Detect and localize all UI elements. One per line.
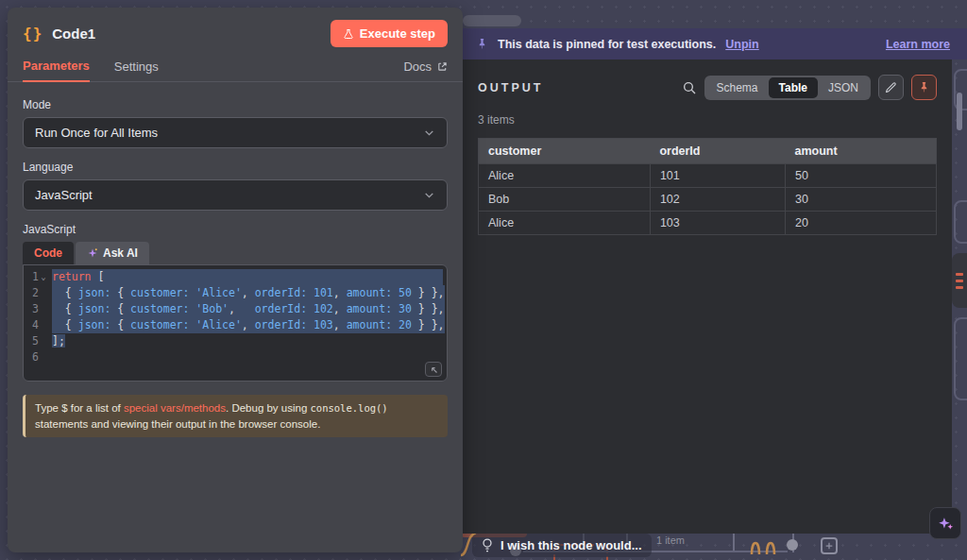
pin-data-button[interactable] [911, 75, 937, 100]
code-lines: 1⌄return [2 { json: { customer: 'Alice',… [24, 269, 447, 365]
mode-select[interactable]: Run Once for All Items [23, 117, 448, 148]
search-icon[interactable] [682, 80, 697, 95]
table-row: Alice10320 [479, 212, 937, 235]
table-cell: Alice [479, 164, 651, 188]
pin-icon [918, 81, 930, 93]
ask-ai-label: Ask AI [103, 246, 138, 260]
pinned-data-banner: This data is pinned for test executions.… [463, 28, 967, 59]
table-cell: 102 [650, 188, 785, 212]
sparkles-icon [937, 515, 955, 533]
language-label: Language [23, 161, 448, 174]
node-tabs: Parameters Settings Docs [8, 56, 463, 82]
output-panel: OUTPUT SchemaTableJSON 3 items customero… [463, 59, 952, 534]
unpin-link[interactable]: Unpin [725, 38, 758, 51]
code-editor[interactable]: 1⌄return [2 { json: { customer: 'Alice',… [23, 264, 448, 382]
scrollbar-thumb[interactable] [957, 93, 962, 130]
node-feedback-label: I wish this node would... [500, 538, 642, 552]
code-node-icon: {} [23, 25, 42, 42]
code-line: 5]; [24, 333, 447, 349]
chevron-down-icon [423, 127, 435, 139]
language-select[interactable]: JavaScript [23, 179, 448, 211]
editor-tabs: Code Ask AI [23, 242, 448, 264]
mode-value: Run Once for All Items [35, 126, 158, 140]
pin-icon [476, 38, 488, 50]
tab-settings[interactable]: Settings [114, 59, 159, 81]
code-line: 3 { json: { customer: 'Bob', orderId: 10… [24, 301, 447, 317]
expand-editor-icon[interactable] [425, 362, 442, 377]
node-title: Code1 [52, 25, 95, 42]
execute-step-button[interactable]: Execute step [331, 20, 448, 47]
ai-assistant-button[interactable] [929, 507, 961, 539]
items-count: 3 items [478, 113, 937, 127]
view-option-json[interactable]: JSON [818, 77, 869, 98]
output-table: customerorderIdamount Alice10150Bob10230… [478, 138, 937, 235]
column-header-orderid: orderId [650, 139, 785, 164]
line-number: 6 [24, 349, 52, 365]
line-number: 2 [24, 285, 52, 301]
add-node-button[interactable] [821, 537, 838, 554]
code-line: 1⌄return [ [24, 269, 447, 285]
table-cell: 30 [785, 188, 936, 212]
pinned-banner-message: This data is pinned for test executions. [498, 38, 716, 51]
docs-label: Docs [403, 59, 432, 74]
connection-wire [733, 534, 735, 552]
chevron-down-icon [423, 189, 435, 201]
background-node [463, 15, 521, 26]
handle-dash-icon [956, 286, 963, 289]
node-settings-panel: {} Code1 Execute step Parameters Setting… [8, 8, 463, 552]
background-node-outline [954, 317, 967, 400]
table-cell: Alice [479, 212, 651, 235]
output-title: OUTPUT [478, 81, 543, 94]
line-number: 1⌄ [24, 269, 52, 285]
flask-icon [343, 28, 354, 40]
handle-dash-icon [956, 280, 963, 282]
connection-curve [749, 534, 779, 556]
table-cell: Bob [479, 188, 651, 212]
tab-code[interactable]: Code [23, 242, 74, 264]
table-cell: 103 [650, 212, 785, 235]
table-cell: 101 [650, 164, 785, 188]
fold-chevron-icon[interactable]: ⌄ [39, 269, 48, 285]
inline-code: console.log() [311, 402, 388, 414]
edit-output-button[interactable] [878, 75, 904, 100]
connection-items-label: 1 item [656, 535, 685, 546]
special-vars-link[interactable]: special vars/methods [124, 402, 226, 414]
learn-more-link[interactable]: Learn more [886, 38, 950, 51]
display-mode-toggle: SchemaTableJSON [704, 76, 872, 100]
view-option-table[interactable]: Table [769, 77, 818, 98]
editor-hint: Type $ for a list of special vars/method… [23, 395, 448, 437]
mode-label: Mode [23, 98, 448, 111]
pencil-icon [885, 81, 897, 93]
lightbulb-icon [482, 537, 493, 553]
docs-link[interactable]: Docs [403, 59, 448, 81]
external-link-icon [437, 61, 448, 72]
line-number: 4 [24, 317, 52, 333]
code-line: 6 [24, 349, 447, 365]
code-line: 2 { json: { customer: 'Alice', orderId: … [24, 285, 447, 301]
connection-endpoint [787, 539, 798, 551]
background-node-outline [954, 200, 967, 244]
code-line: 4 { json: { customer: 'Alice', orderId: … [24, 317, 447, 333]
table-cell: 50 [785, 164, 936, 188]
language-value: JavaScript [35, 188, 93, 202]
column-header-amount: amount [785, 139, 936, 164]
handle-dash-icon [956, 273, 963, 276]
column-header-customer: customer [479, 139, 651, 164]
table-row: Alice10150 [479, 164, 937, 188]
line-number: 3 [24, 301, 52, 317]
sparkle-icon [87, 247, 98, 259]
execute-step-label: Execute step [360, 26, 435, 41]
plus-icon [824, 541, 834, 551]
code-section-label: JavaScript [23, 223, 448, 236]
tab-parameters[interactable]: Parameters [23, 59, 90, 82]
line-number: 5 [24, 333, 52, 349]
table-cell: 20 [785, 212, 936, 235]
view-option-schema[interactable]: Schema [706, 77, 769, 98]
node-feedback-button[interactable]: I wish this node would... [472, 534, 652, 557]
table-row: Bob10230 [479, 188, 937, 212]
collapsed-panel-handle[interactable] [952, 253, 967, 308]
tab-ask-ai[interactable]: Ask AI [76, 242, 149, 264]
